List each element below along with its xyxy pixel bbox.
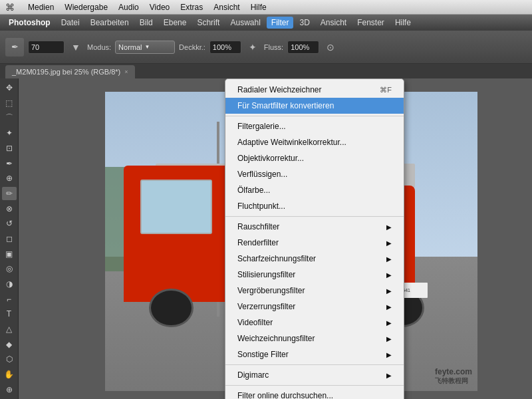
deckkkr-label: Deckkr.: xyxy=(179,43,205,51)
menu-item-videofilter[interactable]: Videofilter ▶ xyxy=(225,315,404,331)
menu-item-verfluessigen-label: Verflüssigen... xyxy=(237,168,287,180)
tool-magic[interactable]: ✦ xyxy=(2,126,17,140)
tool-shape[interactable]: ◆ xyxy=(2,337,17,351)
tool-3d[interactable]: ⬡ xyxy=(2,352,17,366)
toolbox: ✥ ⬚ ⌒ ✦ ⊡ ✒ ⊕ ✏ ⊗ ↺ ◻ ▣ ◎ ◑ ⌐ T △ ◆ ⬡ ✋ … xyxy=(0,78,19,399)
menu-item-vergroberung[interactable]: Vergröberungsfilter ▶ xyxy=(225,283,404,299)
tool-crop[interactable]: ⊡ xyxy=(2,142,17,156)
menu-auswahl[interactable]: Auswahl xyxy=(225,17,265,29)
tab-close-icon[interactable]: × xyxy=(124,68,128,75)
menu-item-verzerrung-label: Verzerrungsfilter xyxy=(237,301,295,313)
tool-lasso[interactable]: ⌒ xyxy=(2,111,17,125)
menu-filter[interactable]: Filter xyxy=(267,17,294,29)
submenu-arrow-icon: ▶ xyxy=(386,222,392,232)
tab-bar: _M2M0195.jpg bei 25% (RGB/8*) × xyxy=(0,64,532,78)
menu-item-renderfilter[interactable]: Renderfilter ▶ xyxy=(225,235,404,251)
tool-brush[interactable]: ✏ xyxy=(2,187,17,201)
tool-eyedropper[interactable]: ✒ xyxy=(2,156,17,170)
tool-gradient[interactable]: ▣ xyxy=(2,247,17,261)
os-menu-ansicht[interactable]: Ansicht xyxy=(208,1,245,13)
os-menu-wiedergabe[interactable]: Wiedergabe xyxy=(59,1,113,13)
os-menu-hilfe[interactable]: Hilfe xyxy=(245,1,272,13)
menu-item-adaptive-label: Adaptive Weitwinkelkorrektur... xyxy=(237,136,346,148)
tool-stamp[interactable]: ⊗ xyxy=(2,201,17,215)
menu-item-adaptive[interactable]: Adaptive Weitwinkelkorrektur... xyxy=(225,134,404,150)
menu-item-radialer[interactable]: Radialer Weichzeichner ⌘F xyxy=(225,82,404,98)
menu-item-vergroberung-label: Vergröberungsfilter xyxy=(237,285,305,297)
tool-select[interactable]: ⬚ xyxy=(2,96,17,110)
main-area: ✥ ⬚ ⌒ ✦ ⊡ ✒ ⊕ ✏ ⊗ ↺ ◻ ▣ ◎ ◑ ⌐ T △ ◆ ⬡ ✋ … xyxy=(0,78,532,399)
menu-item-oelfarbe[interactable]: Ölfarbe... xyxy=(225,182,404,198)
menu-item-renderfilter-label: Renderfilter xyxy=(237,237,279,249)
os-menu-video[interactable]: Video xyxy=(144,1,175,13)
menu-item-digimarc[interactable]: Digimarc ▶ xyxy=(225,367,404,383)
menu-item-fluchtpunkt[interactable]: Fluchtpunkt... xyxy=(225,198,404,214)
menu-datei[interactable]: Datei xyxy=(57,17,84,29)
tool-hand[interactable]: ✋ xyxy=(2,368,17,382)
menu-item-verzerrung[interactable]: Verzerrungsfilter ▶ xyxy=(225,299,404,315)
tool-zoom[interactable]: ⊕ xyxy=(2,382,17,396)
menu-bild[interactable]: Bild xyxy=(135,17,158,29)
apple-logo-icon[interactable]: ⌘ xyxy=(5,2,15,13)
modus-label: Modus: xyxy=(87,43,111,51)
menu-item-filtergalerie-label: Filtergalerie... xyxy=(237,120,286,132)
truck-wheel-left xyxy=(149,289,194,328)
document-tab[interactable]: _M2M0195.jpg bei 25% (RGB/8*) × xyxy=(5,65,135,78)
brush-tool-icon[interactable]: ✒ xyxy=(5,38,24,57)
brush-preset-icon[interactable]: ▼ xyxy=(68,40,83,55)
menu-item-smartfilter[interactable]: Für Smartfilter konvertieren xyxy=(225,98,404,114)
tool-pen[interactable]: ⌐ xyxy=(2,292,17,306)
menu-separator-2 xyxy=(225,216,404,217)
menu-bearbeiten[interactable]: Bearbeiten xyxy=(86,17,134,29)
tool-move[interactable]: ✥ xyxy=(2,81,17,95)
os-menubar: ⌘ Medien Wiedergabe Audio Video Extras A… xyxy=(0,0,532,15)
app-menubar: Photoshop Datei Bearbeiten Bild Ebene Sc… xyxy=(0,15,532,31)
menu-item-stilisierung[interactable]: Stilisierungsfilter ▶ xyxy=(225,267,404,283)
tool-eraser[interactable]: ◻ xyxy=(2,232,17,246)
menu-3d[interactable]: 3D xyxy=(295,17,314,29)
menu-item-online[interactable]: Filter online durchsuchen... xyxy=(225,388,404,399)
menu-item-verfluessigen[interactable]: Verflüssigen... xyxy=(225,166,404,182)
menu-item-sonstige[interactable]: Sonstige Filter ▶ xyxy=(225,346,404,362)
menu-item-scharfzeichnung[interactable]: Scharfzeichnungsfilter ▶ xyxy=(225,251,404,267)
fluss-input[interactable]: 100% xyxy=(287,41,319,54)
tool-text[interactable]: T xyxy=(2,307,17,321)
menu-fenster[interactable]: Fenster xyxy=(352,17,389,29)
os-menu-extras[interactable]: Extras xyxy=(175,1,208,13)
tool-dodge[interactable]: ◑ xyxy=(2,277,17,291)
menu-item-online-label: Filter online durchsuchen... xyxy=(237,390,333,399)
watermark: feyte.com 飞特教程网 xyxy=(435,367,472,386)
menu-separator-4 xyxy=(225,385,404,386)
menu-item-rauschfilter[interactable]: Rauschfilter ▶ xyxy=(225,219,404,235)
submenu-arrow-icon: ▶ xyxy=(386,370,392,380)
submenu-arrow-icon: ▶ xyxy=(386,286,392,296)
tool-blur[interactable]: ◎ xyxy=(2,262,17,276)
airbrush-icon[interactable]: ⊙ xyxy=(323,40,338,55)
menu-item-filtergalerie[interactable]: Filtergalerie... xyxy=(225,118,404,134)
pressure-icon[interactable]: ✦ xyxy=(245,40,260,55)
modus-select[interactable]: Normal ▼ xyxy=(115,41,175,54)
brush-size-input[interactable]: 70 xyxy=(28,41,65,54)
menu-schrift[interactable]: Schrift xyxy=(192,17,224,29)
watermark-line1: feyte.com xyxy=(435,367,472,376)
menu-item-stilisierung-label: Stilisierungsfilter xyxy=(237,269,295,281)
menu-ebene[interactable]: Ebene xyxy=(159,17,192,29)
submenu-arrow-icon: ▶ xyxy=(386,238,392,248)
menu-ansicht[interactable]: Ansicht xyxy=(316,17,351,29)
menu-item-smartfilter-label: Für Smartfilter konvertieren xyxy=(237,100,334,112)
menu-item-objektivkorrektur-label: Objektivkorrektur... xyxy=(237,152,304,164)
tool-history[interactable]: ↺ xyxy=(2,217,17,231)
watermark-line2: 飞特教程网 xyxy=(435,376,472,386)
menu-item-weichzeichnung[interactable]: Weichzeichnungsfilter ▶ xyxy=(225,331,404,346)
truck-cabin xyxy=(124,166,235,302)
os-menu-medien[interactable]: Medien xyxy=(23,1,59,13)
menu-item-sonstige-label: Sonstige Filter xyxy=(237,348,289,360)
menu-item-objektivkorrektur[interactable]: Objektivkorrektur... xyxy=(225,150,404,166)
deckkkr-input[interactable]: 100% xyxy=(209,41,241,54)
filter-menu[interactable]: Radialer Weichzeichner ⌘F Für Smartfilte… xyxy=(225,78,404,399)
menu-hilfe[interactable]: Hilfe xyxy=(390,17,416,29)
app-name: Photoshop xyxy=(4,17,55,29)
tool-heal[interactable]: ⊕ xyxy=(2,172,17,186)
os-menu-audio[interactable]: Audio xyxy=(113,1,144,13)
tool-path[interactable]: △ xyxy=(2,323,17,336)
